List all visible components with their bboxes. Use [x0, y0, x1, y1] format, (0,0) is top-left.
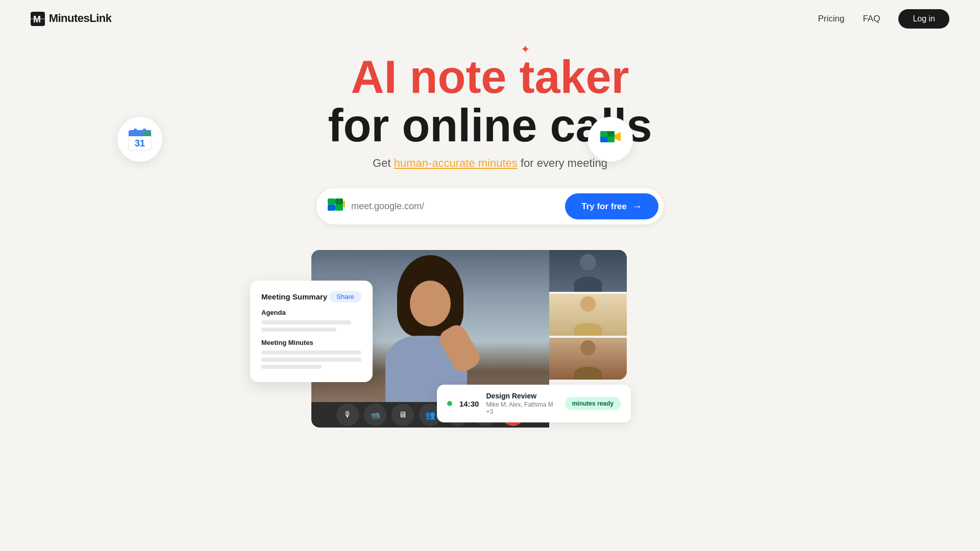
video-icon: 📹 — [370, 410, 380, 420]
svg-rect-15 — [600, 131, 607, 137]
svg-rect-21 — [335, 198, 343, 205]
nav-right: Pricing FAQ Log in — [818, 9, 949, 29]
logo-text: M MinutesLink — [31, 12, 111, 26]
google-calendar-svg: 31 — [127, 126, 153, 153]
people-icon: 👥 — [425, 410, 435, 420]
google-meet-svg — [597, 126, 624, 153]
ms-share-button[interactable]: Share — [329, 291, 361, 303]
person-face — [410, 281, 451, 327]
faq-link[interactable]: FAQ — [863, 14, 880, 24]
video-grid — [549, 250, 627, 380]
hero-sub-highlight: human-accurate minutes — [394, 157, 518, 169]
ms-line-3 — [261, 350, 361, 355]
notif-meeting-title: Design Review — [486, 392, 557, 400]
ms-line-2 — [261, 328, 336, 332]
ms-line-5 — [261, 365, 322, 369]
notif-dot — [447, 401, 452, 406]
svg-rect-18 — [607, 137, 615, 142]
video-thumb-2 — [549, 294, 627, 336]
spark-top-icon: ✦ — [521, 43, 530, 56]
svg-rect-23 — [335, 205, 343, 211]
screen-icon: 🖥 — [399, 410, 407, 419]
notif-info: Design Review Mike M, Alex, Fathima M +3 — [486, 392, 557, 415]
search-bar: Try for free → — [316, 188, 664, 224]
meeting-url-input[interactable] — [351, 201, 565, 212]
meeting-notification: 14:30 Design Review Mike M, Alex, Fathim… — [437, 385, 631, 422]
meeting-summary-card: Meeting Summary Share Agenda Meeting Min… — [250, 281, 373, 382]
svg-rect-22 — [328, 205, 335, 211]
spark-left-icon: ✦ — [424, 66, 430, 76]
svg-rect-10 — [129, 130, 139, 136]
hero-title-red: AI note taker — [351, 52, 629, 103]
ms-line-4 — [261, 358, 361, 362]
video-thumb-1 — [549, 250, 627, 292]
hero-section: ✦ ✦ 31 AI n — [0, 38, 980, 224]
notif-participants: Mike M, Alex, Fathima M +3 — [486, 401, 557, 415]
hero-sub-end: for every meeting — [518, 157, 607, 169]
navbar: M MinutesLink Pricing FAQ Log in — [0, 0, 980, 38]
mic-icon: 🎙 — [344, 410, 352, 419]
ms-header: Meeting Summary Share — [261, 291, 361, 303]
try-for-free-button[interactable]: Try for free → — [565, 193, 658, 219]
ms-agenda-label: Agenda — [261, 309, 361, 316]
ms-minutes-label: Meeting Minutes — [261, 339, 361, 346]
login-button[interactable]: Log in — [898, 9, 949, 29]
try-btn-arrow: → — [632, 201, 642, 212]
hero-sub-start: Get — [373, 157, 394, 169]
logo-icon: M — [31, 12, 45, 26]
svg-marker-19 — [615, 132, 621, 141]
svg-marker-24 — [343, 201, 345, 208]
logo: M MinutesLink — [31, 12, 111, 26]
screen-button[interactable]: 🖥 — [391, 404, 414, 426]
mic-button[interactable]: 🎙 — [336, 404, 359, 426]
svg-rect-16 — [607, 131, 615, 137]
logo-name: MinutesLink — [49, 12, 112, 24]
pricing-link[interactable]: Pricing — [818, 14, 844, 24]
video-thumb-3 — [549, 338, 627, 380]
google-calendar-icon-float: 31 — [117, 117, 162, 162]
ms-card-title: Meeting Summary — [261, 292, 327, 301]
svg-text:M: M — [33, 14, 41, 24]
video-section: Meeting Summary Share Agenda Meeting Min… — [0, 250, 980, 428]
svg-text:31: 31 — [135, 138, 145, 148]
gmeet-search-icon — [327, 197, 345, 216]
svg-rect-20 — [328, 198, 335, 205]
svg-rect-11 — [139, 130, 151, 132]
minutes-ready-badge: minutes ready — [565, 397, 621, 410]
notif-time: 14:30 — [459, 399, 479, 408]
try-btn-label: Try for free — [581, 202, 627, 212]
svg-rect-17 — [600, 137, 607, 142]
video-button[interactable]: 📹 — [364, 404, 386, 426]
ms-line-1 — [261, 320, 351, 324]
video-call-ui: Meeting Summary Share Agenda Meeting Min… — [311, 250, 709, 428]
google-meet-icon-float — [588, 117, 633, 162]
